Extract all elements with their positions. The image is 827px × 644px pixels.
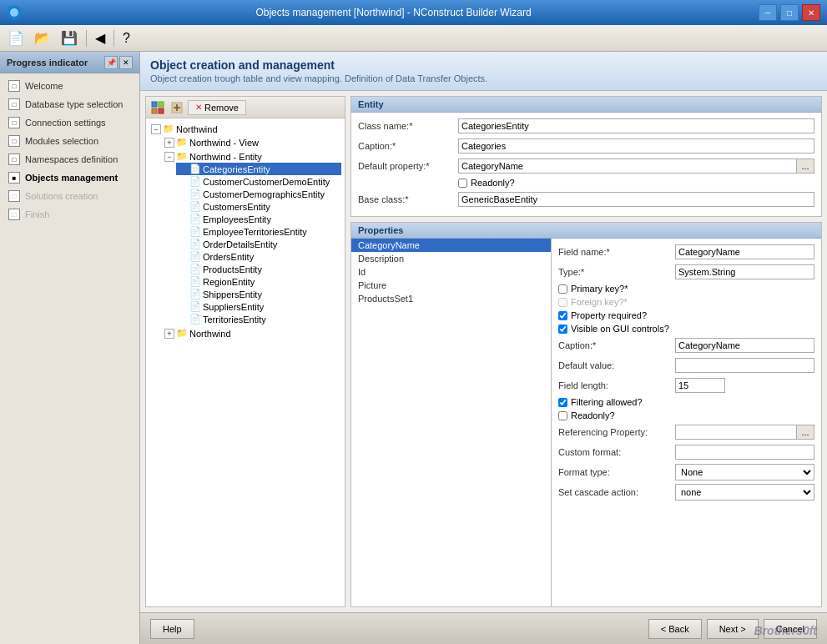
field-name-label: Field name:*	[558, 247, 675, 257]
open-button[interactable]: 📂	[30, 28, 55, 48]
class-name-input[interactable]	[458, 118, 814, 133]
tree-row-northwind-last[interactable]: + 📁 Northwind	[163, 327, 341, 340]
default-property-input[interactable]	[458, 158, 796, 174]
list-item: CustomerDemographicsEntity	[203, 189, 325, 199]
maximize-button[interactable]: □	[780, 4, 799, 21]
new-button[interactable]: 📄	[3, 28, 28, 48]
entity-section-content: Class name:* Caption:* Default property:…	[351, 113, 821, 216]
products-icon: 📄	[189, 264, 201, 274]
tree-row-employees[interactable]: 📄 EmployeesEntity	[176, 213, 341, 225]
help-button[interactable]: Help	[150, 619, 194, 639]
list-item: CustomerCustomerDemoEntity	[203, 177, 330, 187]
expand-entity[interactable]: −	[164, 152, 174, 162]
svg-rect-2	[159, 102, 164, 107]
default-value-input[interactable]	[675, 358, 814, 373]
list-item: OrdersEntity	[203, 252, 254, 262]
properties-split: CategoryName Description Id Picture	[351, 239, 821, 606]
tree-row-entity[interactable]: − 📁 Northwind - Entity	[163, 150, 341, 163]
ref-property-browse-btn[interactable]: ...	[796, 425, 814, 440]
northwind-last-icon: 📁	[176, 328, 188, 339]
next-button[interactable]: Next >	[707, 619, 759, 639]
props-caption-label: Caption:*	[558, 340, 675, 350]
tree-add-btn-2[interactable]	[169, 100, 185, 115]
territories-icon: 📄	[189, 314, 201, 325]
tree-row-shippers[interactable]: 📄 ShippersEntity	[176, 288, 341, 300]
tree-item-label: CategoriesEntity	[203, 164, 270, 174]
tree-row-employee-territories[interactable]: 📄 EmployeeTerritoriesEntity	[176, 225, 341, 238]
prop-item-categoryname[interactable]: CategoryName	[351, 239, 551, 252]
customercustomer-icon: 📄	[189, 176, 201, 187]
orders-icon: 📄	[189, 251, 201, 262]
svg-rect-4	[159, 108, 164, 113]
sidebar-item-modules[interactable]: □ Modules selection	[0, 132, 139, 150]
tree-row-customercustomer[interactable]: 📄 CustomerCustomerDemoEntity	[176, 175, 341, 188]
props-readonly-checkbox[interactable]	[558, 411, 567, 420]
foreign-key-label: Foreign key?*	[571, 297, 628, 307]
prop-item-picture[interactable]: Picture	[351, 279, 551, 292]
primary-key-checkbox[interactable]	[558, 284, 567, 294]
expand-view[interactable]: +	[164, 138, 174, 148]
back-toolbar-button[interactable]: ◀	[91, 28, 109, 48]
expand-northwind-last[interactable]: +	[164, 329, 174, 339]
sidebar-item-objects[interactable]: ■ Objects management	[0, 169, 139, 187]
close-button[interactable]: ✕	[802, 4, 820, 21]
prop-item-productsset1[interactable]: ProductsSet1	[351, 292, 551, 305]
window-controls: ─ □ ✕	[759, 4, 820, 21]
ref-property-input[interactable]	[675, 425, 796, 440]
readonly-checkbox[interactable]	[458, 179, 467, 188]
sidebar-item-welcome[interactable]: □ Welcome	[0, 77, 139, 95]
field-name-input[interactable]	[675, 244, 814, 259]
visible-gui-row: Visible on GUI controls?	[558, 324, 814, 334]
tree-row-customerdemographics[interactable]: 📄 CustomerDemographicsEntity	[176, 188, 341, 200]
visible-gui-checkbox[interactable]	[558, 325, 567, 334]
props-caption-input[interactable]	[675, 338, 814, 353]
filtering-checkbox[interactable]	[558, 398, 567, 407]
sidebar-item-database-type[interactable]: □ Database type selection	[0, 95, 139, 113]
caption-input[interactable]	[458, 138, 814, 153]
remove-button[interactable]: ✕ Remove	[188, 100, 246, 115]
foreign-key-row: Foreign key?*	[558, 297, 814, 307]
format-type-select[interactable]: None Date Currency Percent	[675, 464, 814, 480]
cascade-select[interactable]: none cascade set null restrict	[675, 484, 814, 501]
base-class-input[interactable]	[458, 192, 814, 207]
tree-row-territories[interactable]: 📄 TerritoriesEntity	[176, 313, 341, 325]
tree-row-view[interactable]: + 📁 Northwind - View	[163, 136, 341, 148]
save-button[interactable]: 💾	[57, 28, 82, 48]
sidebar-close-button[interactable]: ✕	[119, 56, 133, 69]
tree-row-suppliers[interactable]: 📄 SuppliersEntity	[176, 300, 341, 313]
prop-label: ProductsSet1	[358, 294, 413, 304]
tree-row-region[interactable]: 📄 RegionEntity	[176, 275, 341, 288]
property-required-checkbox[interactable]	[558, 311, 567, 320]
minimize-button[interactable]: ─	[759, 4, 777, 21]
tree-add-btn-1[interactable]	[149, 100, 166, 115]
prop-item-description[interactable]: Description	[351, 252, 551, 265]
help-toolbar-button[interactable]: ?	[119, 28, 134, 48]
tree-content: − 📁 Northwind + 📁 Northwind - View	[146, 118, 345, 606]
page-subtitle: Object creation trough table and view ma…	[150, 73, 817, 83]
tree-row-northwind[interactable]: − 📁 Northwind	[149, 123, 341, 135]
default-property-browse-btn[interactable]: ...	[796, 158, 814, 174]
tree-row-products[interactable]: 📄 ProductsEntity	[176, 263, 341, 275]
sidebar-item-namespaces[interactable]: □ Namespaces definition	[0, 150, 139, 169]
tree-row-order-details[interactable]: 📄 OrderDetailsEntity	[176, 238, 341, 250]
back-button[interactable]: < Back	[648, 619, 702, 639]
custom-format-input[interactable]	[675, 445, 814, 460]
sidebar-item-connection[interactable]: □ Connection settings	[0, 113, 139, 132]
svg-rect-1	[152, 102, 157, 107]
tree-row-categories-entity[interactable]: 📄 CategoriesEntity	[176, 163, 341, 175]
list-item: CustomersEntity	[203, 202, 270, 212]
tree-children-entity: 📄 CategoriesEntity 📄 CustomerCustomerDem…	[163, 163, 341, 325]
field-name-row: Field name:*	[558, 244, 814, 260]
type-input[interactable]	[675, 264, 814, 279]
entity-folder-icon: 📁	[176, 151, 188, 162]
tree-row-customers[interactable]: 📄 CustomersEntity	[176, 200, 341, 213]
tree-row-orders[interactable]: 📄 OrdersEntity	[176, 250, 341, 263]
svg-rect-3	[152, 108, 157, 113]
list-item: RegionEntity	[203, 277, 255, 287]
sidebar-pin-button[interactable]: 📌	[104, 56, 118, 69]
tree-node-northwind-last: + 📁 Northwind	[163, 326, 341, 340]
expand-northwind[interactable]: −	[151, 124, 161, 134]
foreign-key-checkbox[interactable]	[558, 298, 567, 307]
prop-item-id[interactable]: Id	[351, 265, 551, 279]
field-length-input[interactable]	[675, 378, 725, 393]
